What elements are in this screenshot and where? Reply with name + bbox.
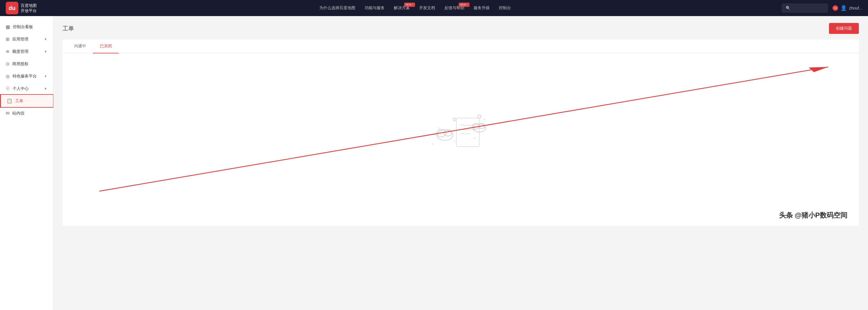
logo-icon: du [6,2,18,15]
nav-item-docs[interactable]: 开发文档 [419,5,435,10]
tabs-container: 沟通中 已关闭 × × × [63,39,859,226]
sidebar-item-inbox-label: 站内信 [12,111,24,116]
sidebar-item-biz-auth[interactable]: ⊙ 商用授权 [0,58,53,70]
watermark: 头条 @猪小P数码空间 [779,211,847,220]
chevron-down-icon-quota: ▼ [44,50,47,54]
chevron-down-icon-personal: ▼ [44,87,47,91]
user-name: zhouf... [849,6,862,10]
create-issue-button[interactable]: 创建问题 [829,23,859,34]
notification-badge: 50 [832,5,838,11]
sidebar-item-biz-auth-label: 商用授权 [12,61,28,66]
empty-state: × × × × × [429,102,492,154]
nav-item-upgrade[interactable]: 服务升级 [473,5,490,10]
user-area[interactable]: 50 👤 zhouf... [832,5,862,11]
sidebar-item-quota-mgmt-label: 额度管理 [12,49,28,54]
sidebar: ▦ 控制台看板 ⊞ 应用管理 ▼ ≋ 额度管理 ▼ ⊙ 商用授权 ◎ 特色服务平… [0,16,53,310]
sidebar-item-workorder-label: 工单 [15,98,23,104]
svg-text:×: × [454,139,456,143]
sidebar-item-special-svc-label: 特色服务平台 [12,74,37,79]
biz-auth-icon: ⊙ [6,61,9,66]
svg-text:×: × [432,142,434,146]
logo-area[interactable]: du 百度地图 开放平台 [6,2,37,15]
empty-illustration: × × × × × [429,102,492,154]
sidebar-item-app-mgmt[interactable]: ⊞ 应用管理 ▼ [0,33,53,45]
nav-item-features[interactable]: 功能与服务 [365,5,385,10]
search-icon: 🔍 [786,6,790,10]
search-box[interactable]: 🔍 [782,4,828,12]
svg-point-2 [444,130,452,136]
nav-item-solutions[interactable]: 解决方案 NEW！ [394,5,410,10]
sidebar-item-quota-mgmt[interactable]: ≋ 额度管理 ▼ [0,45,53,58]
app-mgmt-icon: ⊞ [6,36,9,42]
sidebar-item-personal-label: 个人中心 [12,86,29,91]
nav-item-console[interactable]: 控制台 [499,5,511,10]
nav-item-why[interactable]: 为什么选择百度地图 [319,5,355,10]
special-svc-icon: ◎ [6,74,10,79]
svg-point-15 [477,115,481,118]
sidebar-item-special-svc[interactable]: ◎ 特色服务平台 ▼ [0,70,53,82]
nav-right: 🔍 50 👤 zhouf... [782,4,862,12]
sidebar-item-workorder[interactable]: 📋 工单 [0,95,53,107]
user-icon: 👤 [840,5,847,11]
nav-links: 为什么选择百度地图 功能与服务 解决方案 NEW！ 开发文档 反馈与帮助 NEW… [48,5,782,10]
svg-rect-6 [456,118,479,147]
svg-text:×: × [473,136,475,140]
workorder-icon: 📋 [7,98,12,104]
page-header: 工单 创建问题 [63,23,859,34]
sidebar-item-dashboard[interactable]: ▦ 控制台看板 [0,21,53,33]
top-navigation: du 百度地图 开放平台 为什么选择百度地图 功能与服务 解决方案 NEW！ 开… [0,0,868,16]
tabs: 沟通中 已关闭 [63,39,859,53]
personal-icon: ☉ [6,86,10,91]
sidebar-item-dashboard-label: 控制台看板 [13,24,33,30]
svg-text:×: × [438,126,440,130]
page-layout: ▦ 控制台看板 ⊞ 应用管理 ▼ ≋ 额度管理 ▼ ⊙ 商用授权 ◎ 特色服务平… [0,16,868,310]
new-badge-solutions: NEW！ [404,3,415,7]
content-area: × × × × × [63,53,859,226]
nav-item-feedback[interactable]: 反馈与帮助 NEW！ [444,5,464,10]
page-title: 工单 [63,25,74,32]
dashboard-icon: ▦ [6,24,10,30]
sidebar-item-personal[interactable]: ☉ 个人中心 ▼ [0,82,53,95]
new-badge-feedback: NEW！ [459,3,470,7]
chevron-down-icon-special: ▼ [44,74,47,78]
tab-closed[interactable]: 已关闭 [93,39,119,53]
sidebar-item-inbox[interactable]: ✉ 站内信 [0,107,53,119]
logo-text: 百度地图 开放平台 [21,3,37,13]
quota-icon: ≋ [6,49,9,54]
svg-point-16 [453,118,456,121]
inbox-icon: ✉ [6,111,9,116]
sidebar-item-app-mgmt-label: 应用管理 [12,37,28,42]
chevron-down-icon: ▼ [44,37,47,41]
svg-text:×: × [484,118,486,122]
main-content: 工单 创建问题 沟通中 已关闭 × × [53,16,868,310]
tab-communicating[interactable]: 沟通中 [67,39,93,53]
